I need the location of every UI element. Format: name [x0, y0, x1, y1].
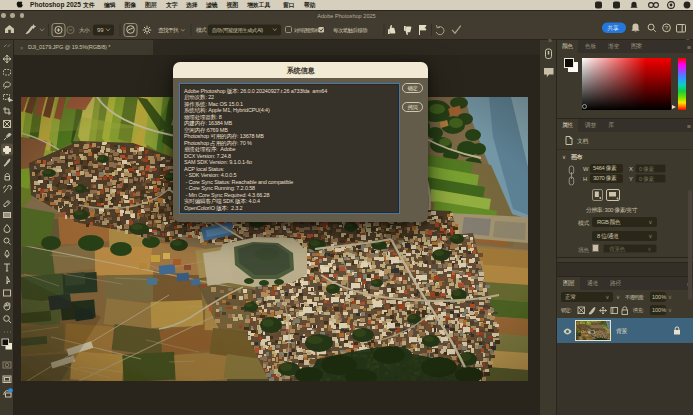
svg-text:自动 (可能使用生成式 AI): 自动 (可能使用生成式 AI) [212, 27, 263, 34]
svg-text:模式: 模式 [196, 27, 207, 33]
svg-text:99: 99 [97, 27, 104, 33]
svg-text:每次笔触后移除: 每次笔触后移除 [333, 27, 368, 34]
svg-text:?: ? [665, 25, 669, 31]
svg-text:大小: 大小 [79, 27, 90, 33]
svg-text:共享: 共享 [607, 25, 620, 31]
svg-text:对所有图层取样: 对所有图层取样 [294, 27, 320, 33]
svg-text:查找干扰: 查找干扰 [158, 27, 179, 33]
